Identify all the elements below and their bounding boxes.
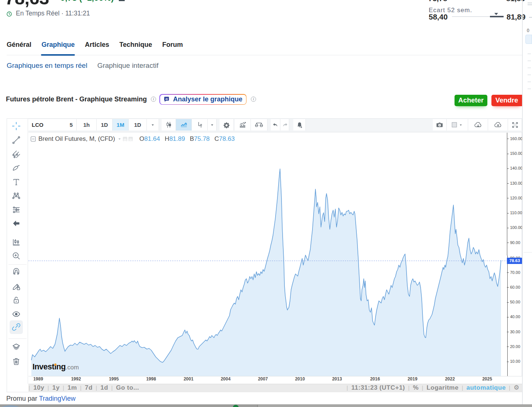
svg-text:160.00: 160.00: [510, 136, 522, 141]
svg-text:150.00: 150.00: [510, 151, 522, 156]
svg-text:30.00: 30.00: [510, 330, 521, 334]
svg-text:50.00: 50.00: [510, 300, 521, 304]
svg-text:90.00: 90.00: [510, 240, 521, 245]
svg-text:20.00: 20.00: [510, 344, 521, 349]
svg-text:60.00: 60.00: [510, 285, 521, 289]
svg-text:40.00: 40.00: [510, 314, 521, 319]
svg-text:110.00: 110.00: [510, 211, 522, 215]
svg-text:10.00: 10.00: [510, 359, 521, 363]
svg-text:70.00: 70.00: [510, 270, 521, 275]
svg-text:AI: AI: [165, 98, 168, 101]
svg-text:120.00: 120.00: [510, 196, 522, 200]
svg-text:140.00: 140.00: [510, 166, 522, 170]
svg-text:100.00: 100.00: [510, 225, 522, 230]
svg-text:130.00: 130.00: [510, 181, 522, 185]
